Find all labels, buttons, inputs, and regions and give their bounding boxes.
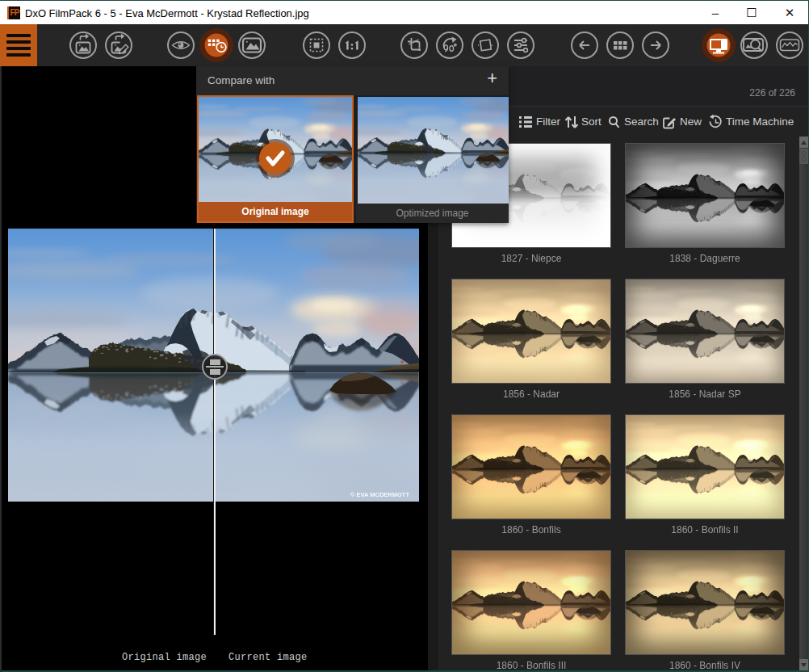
svg-text:© EVA MCDERMOTT: © EVA MCDERMOTT xyxy=(350,491,409,498)
